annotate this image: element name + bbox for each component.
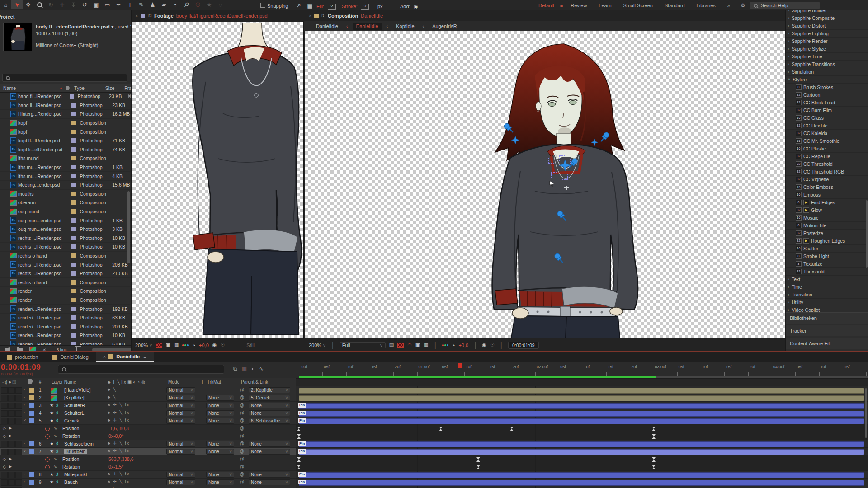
- panel-tracker[interactable]: Tracker: [786, 325, 868, 336]
- timeline-track-row[interactable]: [296, 386, 868, 394]
- label-swatch[interactable]: [71, 218, 76, 223]
- label-swatch[interactable]: [71, 103, 76, 108]
- breadcrumb-item[interactable]: DanielIdle: [312, 23, 342, 30]
- comp-resolution-select[interactable]: Full˅: [340, 342, 386, 348]
- effect-item[interactable]: 8Motion Tile: [786, 222, 868, 230]
- label-swatch[interactable]: [71, 130, 76, 134]
- project-row[interactable]: oberarmComposition: [0, 198, 132, 207]
- expander-arrow-icon[interactable]: ›: [788, 54, 789, 59]
- rotation-tool-icon[interactable]: ↺: [79, 0, 90, 9]
- layer-duration-bar[interactable]: [299, 395, 864, 401]
- brush-tool-icon[interactable]: ✎: [136, 0, 147, 9]
- timeline-property-row[interactable]: ◇▶∿Position-1,6,-80,3@: [0, 425, 296, 432]
- expand-arrow-icon[interactable]: ›: [24, 387, 25, 392]
- workspace-settings-icon[interactable]: ⚙: [741, 2, 745, 9]
- keyframe-nav-diamond-icon[interactable]: ◇: [3, 465, 6, 469]
- expander-arrow-icon[interactable]: ›: [788, 16, 789, 20]
- layer-label-swatch[interactable]: [29, 472, 34, 477]
- col-name[interactable]: Name: [3, 85, 16, 91]
- effect-item[interactable]: 32CC Block Load: [786, 99, 868, 107]
- footage-zoom-select[interactable]: 200% ˅: [135, 343, 152, 348]
- keyframe-nav-diamond-icon[interactable]: ◇: [3, 434, 6, 438]
- breadcrumb-item[interactable]: AugenIrisR: [429, 23, 460, 30]
- effect-category[interactable]: ›Sapphire Distort: [786, 22, 868, 30]
- layer-label-swatch[interactable]: [29, 480, 34, 485]
- selected-pin-star-icon[interactable]: [511, 136, 519, 146]
- project-row[interactable]: renderComposition: [0, 296, 132, 305]
- snapshot-camera-icon[interactable]: ◉: [212, 342, 217, 348]
- timeline-track-row[interactable]: [296, 455, 868, 463]
- property-name[interactable]: Position: [62, 426, 79, 431]
- expander-arrow-icon[interactable]: ›: [788, 277, 789, 282]
- label-swatch[interactable]: [71, 227, 76, 231]
- comp-tab-close-icon[interactable]: ×: [309, 13, 311, 19]
- layer-name[interactable]: Bauch: [64, 479, 78, 485]
- roto-brush-tool-icon[interactable]: ◓: [170, 0, 181, 9]
- keyframe-icon[interactable]: [439, 429, 443, 431]
- av-toggle-cell[interactable]: [15, 395, 22, 401]
- trkmat-select[interactable]: None˅: [206, 479, 234, 485]
- expand-arrow-icon[interactable]: ›: [24, 395, 25, 399]
- collapse-arrow-icon[interactable]: ˅: [24, 449, 26, 453]
- av-toggle-cell[interactable]: [1, 449, 8, 455]
- workspace-overflow-icon[interactable]: »: [727, 3, 730, 8]
- timeline-layer-row[interactable]: ›1[HaareVIdle]♣ ╲Normal˅@2. KopfIdle˅: [0, 386, 296, 394]
- project-scrollbar[interactable]: [127, 191, 130, 263]
- label-swatch[interactable]: [71, 174, 76, 178]
- graph-icon[interactable]: ∿: [53, 426, 57, 431]
- av-toggle-cell[interactable]: [15, 479, 22, 486]
- property-pickwhip-icon[interactable]: @: [240, 433, 244, 438]
- parent-link-select[interactable]: None˅: [249, 479, 290, 485]
- label-swatch[interactable]: [71, 333, 76, 338]
- timeline-layer-row[interactable]: ›3★♯SchulterR♣ ✛ ╲ fxNormal˅None˅@None˅: [0, 402, 296, 409]
- trkmat-select[interactable]: None˅: [206, 395, 234, 401]
- mode-select[interactable]: Normal˅: [166, 441, 195, 447]
- stopwatch-icon[interactable]: [45, 465, 50, 469]
- timeline-tab-danieldialog[interactable]: DanielDialog: [45, 352, 95, 362]
- region-icon[interactable]: ▦: [304, 1, 316, 10]
- roto-refine-icon[interactable]: ⚇: [192, 0, 203, 9]
- layer-duration-bar[interactable]: [299, 472, 864, 478]
- footage-tab-close-icon[interactable]: ×: [135, 13, 138, 19]
- label-swatch[interactable]: [71, 138, 76, 143]
- label-swatch[interactable]: [71, 253, 76, 258]
- puppet-pin-tool-icon[interactable]: ⚲: [181, 0, 192, 9]
- parent-pickwhip-icon[interactable]: @: [240, 387, 244, 392]
- selected-footage-caret[interactable]: ▾: [111, 24, 114, 29]
- av-toggle-cell[interactable]: [1, 441, 8, 447]
- av-toggle-cell[interactable]: [8, 403, 15, 409]
- snapping-toggle[interactable]: Snapping: [260, 1, 288, 9]
- av-toggle-cell[interactable]: [8, 395, 15, 401]
- trkmat-select[interactable]: None˅: [206, 418, 234, 424]
- panel-content-aware-fill[interactable]: Content-Aware Fill: [786, 338, 868, 349]
- keyframe-icon[interactable]: [297, 460, 301, 462]
- expander-arrow-icon[interactable]: ›: [788, 308, 789, 312]
- timeline-property-row[interactable]: ◇▶∿Rotation0x-8,0°@: [0, 432, 296, 440]
- property-value[interactable]: -1,6,-80,3: [108, 426, 129, 431]
- layer-label-swatch[interactable]: [29, 388, 34, 393]
- expander-arrow-icon[interactable]: ›: [788, 300, 789, 305]
- region-of-interest-icon[interactable]: ▦: [424, 342, 428, 348]
- layer-label-swatch[interactable]: [29, 449, 34, 454]
- parent-link-select[interactable]: None˅: [249, 403, 290, 408]
- label-swatch[interactable]: [71, 200, 76, 205]
- layer-label-swatch[interactable]: [29, 411, 34, 416]
- layer-name[interactable]: [KopfIdle]: [64, 395, 84, 400]
- stopwatch-icon[interactable]: [45, 427, 50, 431]
- timeline-track-row[interactable]: Pin: [296, 471, 868, 479]
- project-panel-menu-icon[interactable]: ≡: [21, 14, 24, 19]
- parent-link-select[interactable]: None˅: [249, 449, 290, 455]
- keyframe-icon[interactable]: [652, 460, 656, 462]
- stopwatch-icon[interactable]: [45, 434, 50, 439]
- av-toggle-cell[interactable]: [15, 410, 22, 417]
- footage-tab-menu-icon[interactable]: ≡: [270, 13, 273, 19]
- timeline-search-input[interactable]: [58, 365, 224, 374]
- label-swatch[interactable]: [71, 147, 76, 152]
- keyframe-icon[interactable]: [297, 436, 301, 439]
- project-row[interactable]: lths mundComposition: [0, 154, 132, 163]
- timeline-layer-row[interactable]: ›2[KopfIdle]♣ ╲Normal˅None˅@5. Genick˅: [0, 394, 296, 402]
- timeline-track-row[interactable]: Pin: [296, 479, 868, 486]
- timeline-layer-row[interactable]: ›♣ ╲: [0, 486, 296, 488]
- effect-item[interactable]: 8Texturize: [786, 260, 868, 268]
- project-row[interactable]: mouthsComposition: [0, 190, 132, 199]
